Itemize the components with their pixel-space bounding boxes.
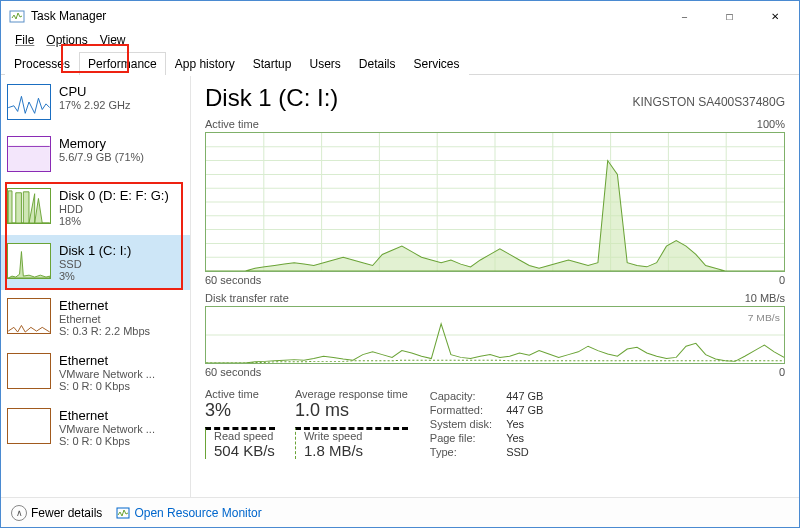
graph1-label: Active time <box>205 118 259 130</box>
chevron-up-icon: ∧ <box>11 505 27 521</box>
stat-avg-resp-value: 1.0 ms <box>295 400 408 421</box>
page-title: Disk 1 (C: I:) <box>205 84 338 112</box>
open-resource-monitor-link[interactable]: Open Resource Monitor <box>116 506 261 520</box>
sidebar-item-disk0[interactable]: Disk 0 (D: E: F: G:) HDD 18% <box>1 180 190 235</box>
sidebar-item-label: Ethernet VMware Network ... S: 0 R: 0 Kb… <box>59 353 155 392</box>
sidebar-item-label: CPU 17% 2.92 GHz <box>59 84 131 111</box>
stat-read-label: Read speed <box>214 430 275 442</box>
disk-model: KINGSTON SA400S37480G <box>632 95 785 109</box>
minimize-button[interactable]: – <box>662 2 707 30</box>
active-time-graph[interactable] <box>205 132 785 272</box>
graph2-mark: 7 MB/s <box>748 312 780 323</box>
sidebar-item-label: Disk 1 (C: I:) SSD 3% <box>59 243 131 282</box>
stat-avg-resp-label: Average response time <box>295 388 408 400</box>
transfer-rate-graph[interactable]: 7 MB/s <box>205 306 785 364</box>
tab-performance[interactable]: Performance <box>79 52 166 75</box>
cpu-thumb-icon <box>7 84 51 120</box>
content: CPU 17% 2.92 GHz Memory 5.6/7.9 GB (71%)… <box>1 76 799 497</box>
ethernet-thumb-icon <box>7 353 51 389</box>
ethernet-thumb-icon <box>7 408 51 444</box>
menubar: File Options View <box>1 31 799 51</box>
menu-options[interactable]: Options <box>40 31 93 51</box>
graph1-xright: 0 <box>779 274 785 286</box>
tab-services[interactable]: Services <box>405 52 469 75</box>
tab-users[interactable]: Users <box>300 52 349 75</box>
stat-read-value: 504 KB/s <box>214 442 275 459</box>
titlebar: Task Manager – □ ✕ <box>1 1 799 31</box>
sidebar-item-ethernet-1[interactable]: Ethernet VMware Network ... S: 0 R: 0 Kb… <box>1 345 190 400</box>
tab-app-history[interactable]: App history <box>166 52 244 75</box>
ethernet-thumb-icon <box>7 298 51 334</box>
tab-processes[interactable]: Processes <box>5 52 79 75</box>
sidebar-item-label: Ethernet VMware Network ... S: 0 R: 0 Kb… <box>59 408 155 447</box>
graph1-max: 100% <box>757 118 785 130</box>
sidebar-item-cpu[interactable]: CPU 17% 2.92 GHz <box>1 76 190 128</box>
svg-rect-1 <box>8 146 50 171</box>
disk-info-table: Capacity:447 GB Formatted:447 GB System … <box>428 388 546 460</box>
stats-row: Active time 3% Read speed 504 KB/s Avera… <box>205 388 785 465</box>
window-controls: – □ ✕ <box>662 2 797 30</box>
stat-write-value: 1.8 MB/s <box>304 442 408 459</box>
sidebar-item-memory[interactable]: Memory 5.6/7.9 GB (71%) <box>1 128 190 180</box>
tab-details[interactable]: Details <box>350 52 405 75</box>
tabstrip: Processes Performance App history Startu… <box>1 51 799 75</box>
graph2-max: 10 MB/s <box>745 292 785 304</box>
sidebar-item-label: Memory 5.6/7.9 GB (71%) <box>59 136 144 163</box>
sidebar-item-ethernet-0[interactable]: Ethernet Ethernet S: 0.3 R: 2.2 Mbps <box>1 290 190 345</box>
menu-view[interactable]: View <box>94 31 132 51</box>
graph2-xleft: 60 seconds <box>205 366 261 378</box>
footer: ∧ Fewer details Open Resource Monitor <box>1 497 799 527</box>
sidebar-item-disk1[interactable]: Disk 1 (C: I:) SSD 3% <box>1 235 190 290</box>
graph2-xright: 0 <box>779 366 785 378</box>
resource-monitor-icon <box>116 506 130 520</box>
sidebar-item-label: Disk 0 (D: E: F: G:) HDD 18% <box>59 188 169 227</box>
task-manager-icon <box>9 8 25 24</box>
fewer-details-button[interactable]: ∧ Fewer details <box>11 505 102 521</box>
window-title: Task Manager <box>31 9 662 23</box>
performance-main: Disk 1 (C: I:) KINGSTON SA400S37480G Act… <box>191 76 799 497</box>
performance-sidebar: CPU 17% 2.92 GHz Memory 5.6/7.9 GB (71%)… <box>1 76 191 497</box>
stat-write-label: Write speed <box>304 430 408 442</box>
sidebar-item-label: Ethernet Ethernet S: 0.3 R: 2.2 Mbps <box>59 298 150 337</box>
sidebar-item-ethernet-2[interactable]: Ethernet VMware Network ... S: 0 R: 0 Kb… <box>1 400 190 455</box>
maximize-button[interactable]: □ <box>707 2 752 30</box>
graph1-xleft: 60 seconds <box>205 274 261 286</box>
disk-thumb-icon <box>7 188 51 224</box>
memory-thumb-icon <box>7 136 51 172</box>
menu-file[interactable]: File <box>9 31 40 51</box>
stat-active-time-value: 3% <box>205 400 275 421</box>
close-button[interactable]: ✕ <box>752 2 797 30</box>
graph2-label: Disk transfer rate <box>205 292 289 304</box>
stat-active-time-label: Active time <box>205 388 275 400</box>
disk-thumb-icon <box>7 243 51 279</box>
tab-startup[interactable]: Startup <box>244 52 301 75</box>
